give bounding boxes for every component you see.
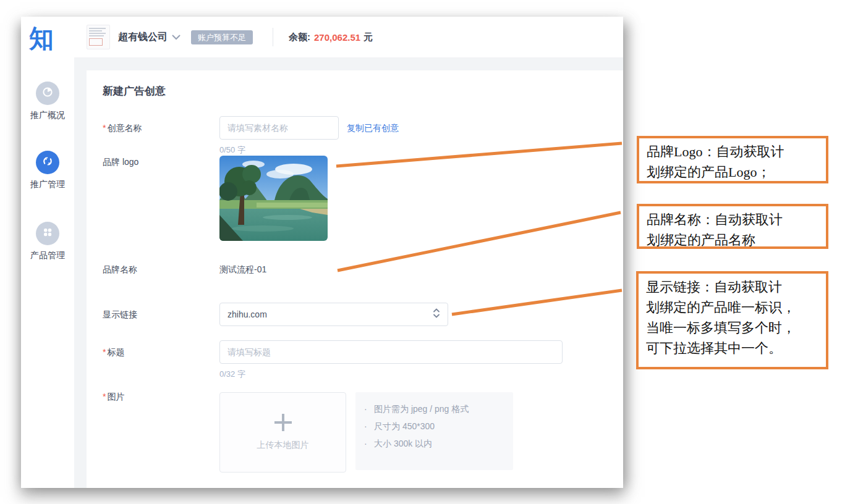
display-link-label: 显示链接 <box>103 303 205 326</box>
annotation-text: 品牌名称：自动获取计 划绑定的产品名称 <box>647 209 818 250</box>
bullet-dot: · <box>364 420 374 432</box>
annotation-text: 品牌Logo：自动获取计 划绑定的产品Logo； <box>647 141 818 182</box>
annotation-text: 显示链接：自动获取计 划绑定的产品唯一标识， 当唯一标多填写多个时， 可下拉选择… <box>646 277 818 358</box>
header-divider <box>273 28 273 46</box>
required-asterisk: * <box>103 392 106 401</box>
annotation-box-display-link: 显示链接：自动获取计 划绑定的产品唯一标识， 当唯一标多填写多个时， 可下拉选择… <box>636 271 828 369</box>
required-asterisk: * <box>103 123 106 133</box>
creative-name-counter: 0/50 字 <box>219 145 245 156</box>
sidebar: 知 推广概况 <box>21 17 74 488</box>
company-thumbnail[interactable] <box>87 25 110 49</box>
chevron-down-icon[interactable] <box>172 35 181 40</box>
sidebar-item-product[interactable]: 产品管理 <box>21 222 74 261</box>
zhihu-logo[interactable]: 知 <box>29 22 53 56</box>
title-input[interactable] <box>219 340 563 364</box>
sidebar-item-label: 推广管理 <box>21 179 74 190</box>
balance-value: 270,062.51 <box>314 32 360 43</box>
brand-logo-label: 品牌 logo <box>103 157 205 168</box>
upload-text: 上传本地图片 <box>257 440 309 451</box>
balance: 余额: 270,062.51 元 <box>289 32 373 43</box>
content-area: 新建广告创意 *创意名称 复制已有创意 0/50 字 品牌 logo <box>74 58 623 488</box>
select-arrows-icon <box>433 308 440 321</box>
page-title: 新建广告创意 <box>103 84 166 98</box>
hint-item: · 图片需为 jpeg / png 格式 <box>364 403 508 415</box>
balance-label: 余额: <box>289 32 310 43</box>
page: 知 推广概况 <box>0 0 850 504</box>
copy-existing-creative-link[interactable]: 复制已有创意 <box>347 116 399 140</box>
annotation-box-brand-name: 品牌名称：自动获取计 划绑定的产品名称 <box>637 204 828 249</box>
title-counter: 0/32 字 <box>219 369 245 380</box>
gauge-icon <box>41 86 54 101</box>
hint-item: · 大小 300k 以内 <box>364 437 508 450</box>
company-name[interactable]: 超有钱公司 <box>118 31 168 44</box>
hint-item: · 尺寸为 450*300 <box>364 420 508 432</box>
header: 超有钱公司 账户预算不足 余额: 270,062.51 元 <box>74 17 623 58</box>
upload-hints-panel: · 图片需为 jpeg / png 格式 · 尺寸为 450*300 · 大小 … <box>355 392 513 470</box>
sidebar-item-promotion[interactable]: 推广管理 <box>21 151 74 190</box>
display-link-select[interactable]: zhihu.com <box>219 303 448 326</box>
brand-logo-image[interactable] <box>219 156 328 241</box>
creative-name-label: *创意名称 <box>103 116 205 140</box>
plus-icon <box>274 414 292 431</box>
upload-local-image-button[interactable]: 上传本地图片 <box>219 392 346 472</box>
title-label: *标题 <box>103 340 205 364</box>
annotation-box-brand-logo: 品牌Logo：自动获取计 划绑定的产品Logo； <box>637 136 828 183</box>
bullet-dot: · <box>364 403 374 415</box>
sidebar-item-overview[interactable]: 推广概况 <box>21 82 74 121</box>
grid-icon <box>42 227 53 240</box>
balance-unit: 元 <box>363 32 373 43</box>
form-panel: 新建广告创意 *创意名称 复制已有创意 0/50 字 品牌 logo <box>87 70 623 488</box>
creative-name-input[interactable] <box>219 116 339 140</box>
image-label: *图片 <box>103 392 205 403</box>
sidebar-item-label: 产品管理 <box>21 250 74 261</box>
brand-name-value: 测试流程-01 <box>219 264 266 275</box>
display-link-value: zhihu.com <box>227 309 433 319</box>
sync-icon <box>41 155 54 170</box>
app-window: 知 推广概况 <box>21 17 623 488</box>
bullet-dot: · <box>364 437 374 450</box>
required-asterisk: * <box>103 347 106 357</box>
brand-name-label: 品牌名称 <box>103 264 205 275</box>
budget-warning-badge: 账户预算不足 <box>191 30 253 44</box>
sidebar-item-label: 推广概况 <box>21 110 74 121</box>
